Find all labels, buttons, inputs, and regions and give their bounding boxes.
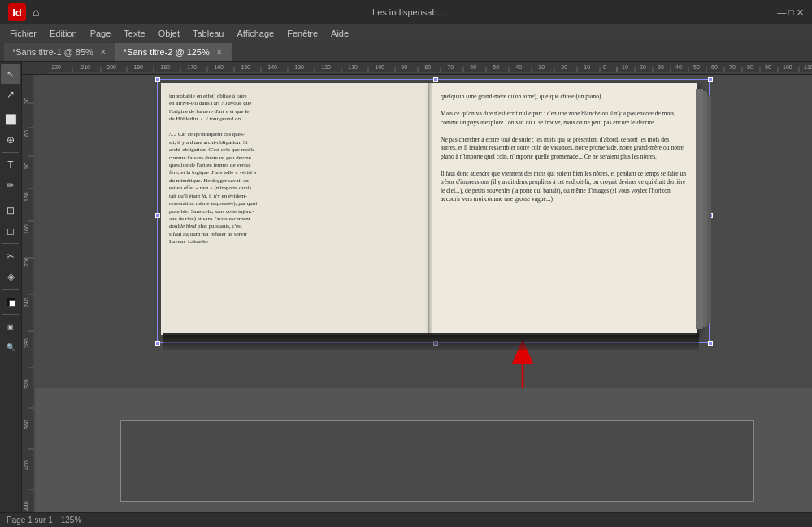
page-left: improbable en effet) oblige à faire en a… xyxy=(161,83,429,335)
menubar: Fichier Edition Page Texte Objet Tableau… xyxy=(0,24,812,42)
tool-fill-stroke[interactable] xyxy=(1,292,20,311)
svg-text:-210: -210 xyxy=(79,64,90,70)
svg-text:-80: -80 xyxy=(423,64,431,70)
tool-separator-6 xyxy=(2,314,19,315)
tool-gradient[interactable]: ◈ xyxy=(1,267,20,286)
tool-gap[interactable]: ⊕ xyxy=(1,130,20,150)
ruler-svg: -220 -210 -200 -190 -180 -170 -160 -150 … xyxy=(48,62,812,73)
svg-text:-190: -190 xyxy=(132,64,143,70)
main-area: ↖ ↗ ⬜ ⊕ T ✏ ⊡ ◻ ✂ ◈ ▣ 🔍 xyxy=(0,62,812,527)
svg-text:-120: -120 xyxy=(319,64,331,70)
tab-2-close[interactable]: ✕ xyxy=(216,48,223,56)
tool-pencil[interactable]: ✏ xyxy=(1,176,20,195)
titlebar-center: Les indispensab... xyxy=(39,7,777,17)
tab-sans-titre-2[interactable]: *Sans titre-2 @ 125% ✕ xyxy=(115,43,232,61)
svg-text:70: 70 xyxy=(729,64,736,70)
svg-text:-30: -30 xyxy=(536,64,545,70)
workspace-container: -220 -210 -200 -190 -180 -170 -160 -150 … xyxy=(22,62,812,527)
menu-page[interactable]: Page xyxy=(85,27,117,40)
tool-separator-4 xyxy=(2,243,19,244)
menu-texte[interactable]: Texte xyxy=(118,27,150,40)
tool-scissors[interactable]: ✂ xyxy=(1,246,20,266)
svg-text:-100: -100 xyxy=(373,64,384,70)
statusbar: Page 1 sur 1 125% xyxy=(0,512,812,527)
svg-text:-180: -180 xyxy=(158,64,170,70)
tool-preview[interactable]: ▣ xyxy=(1,317,20,337)
tool-text[interactable]: T xyxy=(1,155,20,175)
svg-text:160: 160 xyxy=(24,224,29,234)
canvas-area: 30 60 90 130 160 200 240 xyxy=(22,75,812,527)
tool-selection[interactable]: ↖ xyxy=(1,64,20,84)
window-controls: — □ ✕ xyxy=(777,7,804,17)
handle-bl[interactable] xyxy=(155,341,160,346)
ruler-top: -220 -210 -200 -190 -180 -170 -160 -150 … xyxy=(22,62,812,75)
tool-page[interactable]: ⬜ xyxy=(1,110,20,129)
tab-1-close[interactable]: ✕ xyxy=(100,48,106,56)
svg-text:-150: -150 xyxy=(239,64,250,70)
svg-text:20: 20 xyxy=(640,64,646,70)
svg-text:130: 130 xyxy=(24,192,29,202)
document-spread: improbable en effet) oblige à faire en a… xyxy=(161,83,730,355)
menu-affichage[interactable]: Affichage xyxy=(232,27,280,40)
canvas-content[interactable]: improbable en effet) oblige à faire en a… xyxy=(35,75,812,527)
menu-objet[interactable]: Objet xyxy=(153,27,185,40)
handle-ml[interactable] xyxy=(155,213,160,218)
app-title: Les indispensab... xyxy=(372,7,445,17)
svg-text:0: 0 xyxy=(603,64,606,70)
menu-tableau[interactable]: Tableau xyxy=(187,27,230,40)
svg-text:-140: -140 xyxy=(266,64,277,70)
svg-text:30: 30 xyxy=(24,98,29,104)
svg-text:-20: -20 xyxy=(559,64,567,70)
home-icon[interactable]: ⌂ xyxy=(33,6,39,19)
svg-text:-170: -170 xyxy=(185,64,197,70)
svg-text:40: 40 xyxy=(675,64,682,70)
tab-1-label: *Sans titre-1 @ 85% xyxy=(12,47,93,57)
page-left-text: improbable en effet) oblige à faire en a… xyxy=(161,83,429,256)
handle-tc[interactable] xyxy=(433,77,438,82)
svg-text:200: 200 xyxy=(24,257,29,267)
tool-separator-3 xyxy=(2,198,19,198)
page-right: quelqu'un (une grand-mère qu'on aime), q… xyxy=(429,83,697,335)
svg-text:60: 60 xyxy=(711,64,718,70)
svg-text:60: 60 xyxy=(24,130,29,137)
tool-separator-5 xyxy=(2,289,19,290)
svg-text:-200: -200 xyxy=(105,64,116,70)
menu-edition[interactable]: Edition xyxy=(44,27,83,40)
svg-text:-160: -160 xyxy=(212,64,224,70)
tab-2-label: *Sans titre-2 @ 125% xyxy=(124,47,210,57)
bottom-workspace xyxy=(35,388,812,527)
page-bottom-shadow xyxy=(163,333,699,350)
tool-direct-selection[interactable]: ↗ xyxy=(1,85,20,104)
handle-tl[interactable] xyxy=(155,77,160,82)
svg-text:280: 280 xyxy=(24,338,29,348)
handle-br[interactable] xyxy=(708,341,713,346)
tool-zoom[interactable]: 🔍 xyxy=(1,338,20,357)
svg-text:30: 30 xyxy=(658,64,664,70)
menu-fichier[interactable]: Fichier xyxy=(4,27,42,40)
titlebar-right: — □ ✕ xyxy=(777,7,804,18)
zoom-level: 125% xyxy=(61,516,82,525)
titlebar: Id ⌂ Les indispensab... — □ ✕ xyxy=(0,0,812,24)
svg-text:-110: -110 xyxy=(346,64,358,70)
page-info: Page 1 sur 1 xyxy=(7,516,53,525)
tab-sans-titre-1[interactable]: *Sans titre-1 @ 85% ✕ xyxy=(4,43,115,61)
tool-rectangle[interactable]: ◻ xyxy=(1,221,20,241)
tool-rectangle-frame[interactable]: ⊡ xyxy=(1,201,20,220)
svg-text:-60: -60 xyxy=(468,64,476,70)
menu-aide[interactable]: Aide xyxy=(325,27,354,40)
svg-text:10: 10 xyxy=(622,64,628,70)
tabsbar: *Sans titre-1 @ 85% ✕ *Sans titre-2 @ 12… xyxy=(0,42,812,62)
svg-text:110: 110 xyxy=(804,64,812,70)
svg-text:50: 50 xyxy=(693,64,700,70)
tool-separator-1 xyxy=(2,107,19,107)
ruler-left: 30 60 90 130 160 200 240 xyxy=(22,75,35,527)
second-doc-area xyxy=(120,420,754,502)
handle-tr[interactable] xyxy=(708,77,713,82)
svg-text:-220: -220 xyxy=(50,64,61,70)
svg-text:-10: -10 xyxy=(582,64,590,70)
menu-fenetre[interactable]: Fenêtre xyxy=(281,27,323,40)
svg-text:-130: -130 xyxy=(293,64,304,70)
svg-text:400: 400 xyxy=(24,460,29,470)
svg-text:320: 320 xyxy=(24,379,29,389)
svg-text:-70: -70 xyxy=(445,64,454,70)
